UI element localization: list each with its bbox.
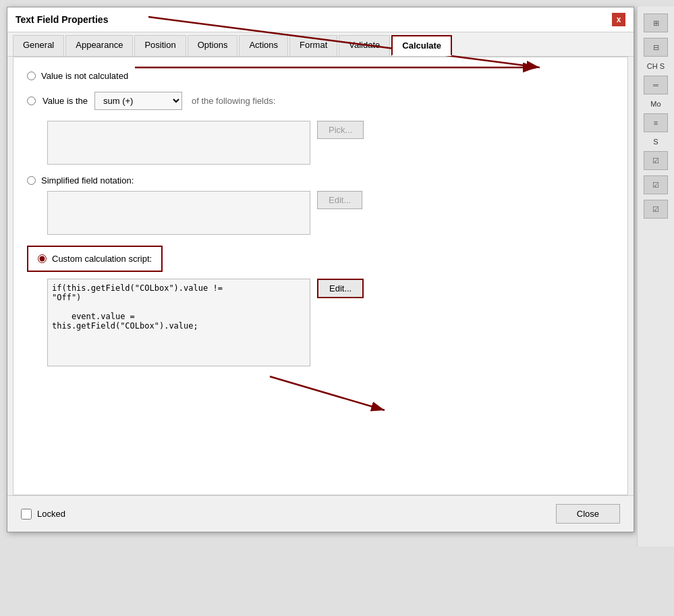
- sidebar-icon-3[interactable]: ═: [644, 76, 668, 94]
- close-icon-button[interactable]: x: [612, 13, 625, 26]
- tab-actions[interactable]: Actions: [239, 35, 288, 56]
- dialog-title: Text Field Properties: [16, 14, 108, 25]
- sidebar-label-mo: Mo: [650, 100, 661, 108]
- sidebar-icon-6[interactable]: ☑: [644, 175, 668, 194]
- edit-button-2[interactable]: Edit...: [317, 279, 364, 298]
- sidebar-icon-2[interactable]: ⊟: [644, 38, 668, 57]
- radio-custom-script-label: Custom calculation script:: [52, 254, 152, 264]
- locked-label: Locked: [37, 509, 65, 519]
- simplified-textarea[interactable]: [47, 191, 310, 235]
- dialog-footer: Locked Close: [7, 495, 634, 532]
- tab-format[interactable]: Format: [289, 35, 337, 56]
- radio-not-calculated-label: Value is not calculated: [41, 71, 128, 81]
- locked-row: Locked: [21, 509, 65, 520]
- text-field-properties-dialog: Text Field Properties x General Appearan…: [7, 7, 634, 532]
- radio-simplified[interactable]: [27, 176, 36, 185]
- fields-area: Pick...: [47, 121, 614, 165]
- radio-simplified-label: Simplified field notation:: [41, 175, 134, 186]
- edit-button-1[interactable]: Edit...: [317, 191, 362, 209]
- fields-textarea[interactable]: [47, 121, 310, 165]
- close-button[interactable]: Close: [556, 504, 620, 524]
- tab-appearance[interactable]: Appearance: [65, 35, 133, 56]
- sidebar-icon-4[interactable]: ≡: [644, 113, 668, 132]
- radio-not-calculated[interactable]: [27, 72, 36, 80]
- radio-not-calculated-row: Value is not calculated: [27, 71, 614, 81]
- script-area-row: if(this.getField("COLbox").value != "Off…: [47, 279, 614, 366]
- tabs-bar: General Appearance Position Options Acti…: [7, 32, 634, 57]
- script-textarea[interactable]: if(this.getField("COLbox").value != "Off…: [47, 279, 310, 366]
- sidebar-icon-5[interactable]: ☑: [644, 151, 668, 170]
- tab-general[interactable]: General: [13, 35, 64, 56]
- of-following-label: of the following fields:: [192, 96, 275, 106]
- pick-button[interactable]: Pick...: [317, 121, 364, 139]
- simplified-area: Edit...: [47, 191, 614, 235]
- radio-value-is[interactable]: [27, 96, 36, 105]
- sidebar-icon-7[interactable]: ☑: [644, 200, 668, 219]
- sidebar-label-ch: CH S: [647, 62, 665, 70]
- sidebar-icon-1[interactable]: ⊞: [644, 13, 668, 32]
- radio-value-is-label: Value is the: [43, 96, 88, 106]
- sidebar-label-s: S: [653, 138, 658, 146]
- radio-value-is-row: Value is the sum (+) product (x) average…: [27, 92, 614, 110]
- radio-simplified-row: Simplified field notation:: [27, 175, 614, 186]
- tab-position[interactable]: Position: [134, 35, 186, 56]
- tab-calculate[interactable]: Calculate: [391, 35, 452, 56]
- calculate-tab-content: Value is not calculated Value is the sum…: [13, 57, 628, 495]
- script-textarea-wrapper: if(this.getField("COLbox").value != "Off…: [47, 279, 310, 366]
- locked-checkbox[interactable]: [21, 509, 32, 520]
- tab-validate[interactable]: Validate: [339, 35, 390, 56]
- sidebar-panel: ⊞ ⊟ CH S ═ Mo ≡ S ☑ ☑ ☑: [637, 7, 674, 547]
- title-bar: Text Field Properties x: [7, 7, 634, 32]
- sum-dropdown[interactable]: sum (+) product (x) average minimum maxi…: [94, 92, 182, 110]
- radio-custom-script[interactable]: [38, 254, 47, 263]
- custom-script-section: Custom calculation script:: [27, 246, 163, 272]
- tab-options[interactable]: Options: [188, 35, 238, 56]
